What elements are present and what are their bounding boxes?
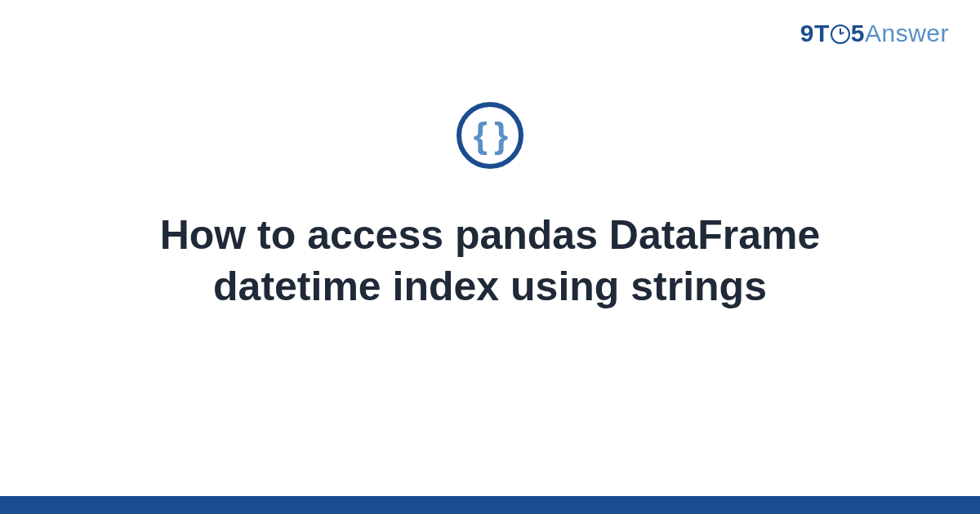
page-title: How to access pandas DataFrame datetime … — [61, 210, 919, 312]
category-icon-circle: { } — [457, 102, 523, 169]
footer-bar — [0, 496, 980, 514]
logo-text-answer: Answer — [865, 20, 949, 47]
code-braces-icon: { } — [474, 117, 506, 153]
logo-text-5: 5 — [851, 20, 865, 47]
logo-text-9t: 9T — [800, 20, 830, 47]
site-logo: 9T5Answer — [800, 20, 949, 47]
clock-icon — [831, 24, 850, 44]
main-content: { } How to access pandas DataFrame datet… — [0, 102, 980, 312]
